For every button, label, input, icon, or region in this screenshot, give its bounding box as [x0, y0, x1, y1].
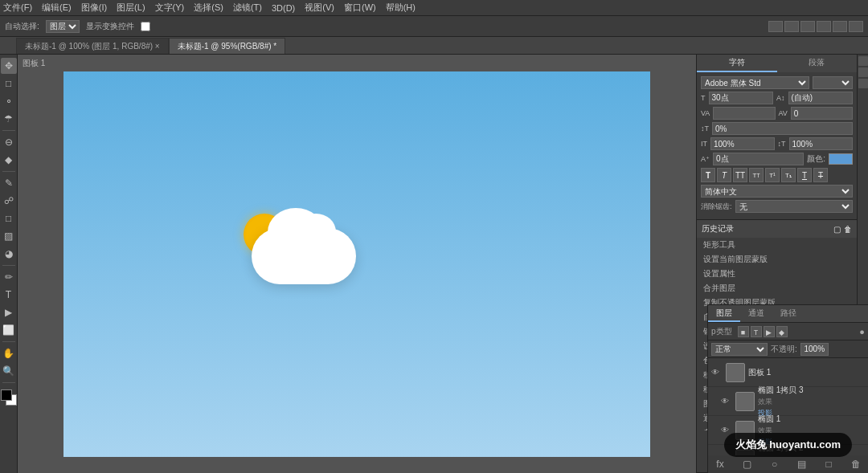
zoom-tool[interactable]: 🔍: [1, 363, 17, 379]
lasso-tool[interactable]: ⚬: [1, 93, 17, 109]
layers-filter-label: p类型: [711, 326, 732, 337]
new-adj-layer-btn[interactable]: ○: [768, 457, 782, 471]
add-style-btn[interactable]: fx: [713, 457, 727, 471]
menu-item-select[interactable]: 选择(S): [194, 2, 223, 14]
scale-v-input[interactable]: [712, 122, 853, 135]
sky-background: [63, 71, 650, 457]
bold-button[interactable]: T: [701, 168, 715, 182]
layer-eye-0[interactable]: 👁: [711, 368, 723, 377]
align-right-icon[interactable]: [800, 21, 815, 32]
auto-select-label: 自动选择:: [5, 21, 39, 32]
antialias-row: 消除锯齿: 无: [701, 200, 853, 213]
tracking-input[interactable]: [713, 107, 775, 120]
align-bottom-icon[interactable]: [849, 21, 863, 32]
history-item-2[interactable]: 设置属性: [697, 267, 857, 281]
history-item-0[interactable]: 矩形工具: [697, 238, 857, 252]
menu-item-filter[interactable]: 滤镜(T): [233, 2, 262, 14]
baseline-input[interactable]: [713, 153, 804, 165]
text-tool[interactable]: T: [1, 287, 17, 303]
filter-icon-2[interactable]: T: [751, 326, 762, 337]
strikethrough-button[interactable]: T: [813, 168, 828, 182]
history-new-snapshot-icon[interactable]: ▢: [833, 225, 841, 234]
layers-tab-layers[interactable]: 图层: [708, 305, 740, 322]
delete-layer-btn[interactable]: 🗑: [849, 457, 863, 471]
align-center-icon[interactable]: [784, 21, 799, 32]
menu-item-edit[interactable]: 编辑(E): [42, 2, 72, 14]
filter-icon-1[interactable]: ■: [738, 326, 749, 337]
menu-item-view[interactable]: 视图(V): [305, 2, 334, 14]
align-top-icon[interactable]: [817, 21, 831, 32]
italic-button[interactable]: T: [717, 168, 731, 182]
align-left-icon[interactable]: [768, 21, 783, 32]
clone-tool[interactable]: ☍: [1, 193, 17, 209]
layers-tab-channels[interactable]: 通道: [740, 305, 772, 322]
font-size-input[interactable]: [709, 92, 774, 104]
layer-item-1[interactable]: 👁椭圆 1拷贝 3效果投影: [708, 387, 868, 416]
history-item-1[interactable]: 设置当前图层蒙版: [697, 252, 857, 267]
font-style-select[interactable]: [813, 76, 853, 89]
auto-select-dropdown[interactable]: 图层 组: [46, 20, 80, 33]
leading-input[interactable]: [788, 92, 854, 104]
menu-item-file[interactable]: 文件(F): [3, 2, 32, 14]
gradient-tool[interactable]: ▨: [1, 228, 17, 244]
menu-item-layer[interactable]: 图层(L): [117, 2, 145, 14]
text-color-swatch[interactable]: [829, 153, 853, 165]
filter-icon-3[interactable]: ▶: [764, 326, 775, 337]
layers-tab-paths[interactable]: 路径: [772, 305, 805, 322]
color-swatches[interactable]: [1, 389, 17, 406]
align-middle-icon[interactable]: [833, 21, 847, 32]
layer-item-0[interactable]: 👁图板 1: [708, 358, 868, 387]
brush-tool[interactable]: ✎: [1, 175, 17, 191]
tab-paragraph[interactable]: 段落: [777, 55, 858, 72]
underline-button[interactable]: T: [797, 168, 812, 182]
history-item-3[interactable]: 合并图层: [697, 281, 857, 296]
show-transform-checkbox[interactable]: [141, 22, 150, 31]
tab-0[interactable]: 未标题-1 @ 100% (图层 1, RGB/8#) ×: [16, 38, 169, 54]
shape-tool[interactable]: ⬜: [1, 322, 17, 338]
menu-item-help[interactable]: 帮助(H): [386, 2, 416, 14]
canvas-viewport[interactable]: [18, 55, 696, 473]
strip-btn-1[interactable]: [858, 56, 868, 66]
tool-separator-1: [2, 130, 15, 131]
add-mask-btn[interactable]: ▢: [740, 457, 755, 471]
hand-tool[interactable]: ✋: [1, 345, 17, 361]
super-button[interactable]: T¹: [765, 168, 780, 182]
layer-eye-1[interactable]: 👁: [721, 397, 732, 406]
blend-mode-select[interactable]: 正常: [711, 343, 768, 356]
strip-btn-2[interactable]: [858, 67, 868, 77]
new-layer-btn[interactable]: □: [821, 457, 836, 471]
tab-character[interactable]: 字符: [697, 55, 777, 72]
language-select[interactable]: 简体中文: [701, 185, 853, 198]
menu-item-3d[interactable]: 3D(D): [272, 3, 295, 13]
marquee-tool[interactable]: □: [1, 75, 17, 92]
opacity-input[interactable]: [800, 343, 829, 356]
font-family-select[interactable]: Adobe 黑体 Std: [701, 76, 809, 89]
strip-btn-3[interactable]: [858, 79, 868, 88]
tab-1[interactable]: 未标题-1 @ 95%(RGB/8#) *: [169, 38, 286, 54]
new-group-btn[interactable]: ▤: [794, 457, 809, 471]
foreground-color[interactable]: [1, 389, 12, 401]
menu-item-text[interactable]: 文字(Y): [155, 2, 185, 14]
history-trash-icon[interactable]: 🗑: [844, 225, 852, 234]
antialias-select[interactable]: 无: [735, 200, 853, 213]
move-tool[interactable]: ✥: [1, 58, 17, 74]
filter-toggle[interactable]: ●: [859, 327, 865, 336]
kerning-input[interactable]: [791, 107, 853, 120]
path-select-tool[interactable]: ▶: [1, 304, 17, 320]
v-scale-input[interactable]: [789, 137, 854, 150]
smallcaps-button[interactable]: TT: [749, 168, 764, 182]
eyedropper-tool[interactable]: ◆: [1, 152, 17, 168]
layers-footer: fx ▢ ○ ▤ □ 🗑: [708, 455, 868, 473]
history-panel-title: 历史记录: [702, 223, 734, 234]
magic-wand-tool[interactable]: ☂: [1, 111, 17, 127]
menu-item-image[interactable]: 图像(I): [81, 2, 107, 14]
menu-item-window[interactable]: 窗口(W): [344, 2, 376, 14]
sub-button[interactable]: T₁: [781, 168, 796, 182]
allcaps-button[interactable]: TT: [733, 168, 747, 182]
pen-tool[interactable]: ✏: [1, 269, 17, 285]
eraser-tool[interactable]: □: [1, 210, 17, 226]
filter-icon-4[interactable]: ◆: [776, 326, 788, 337]
h-scale-input[interactable]: [710, 137, 775, 150]
blur-tool[interactable]: ◕: [1, 246, 17, 262]
crop-tool[interactable]: ⊖: [1, 134, 17, 150]
